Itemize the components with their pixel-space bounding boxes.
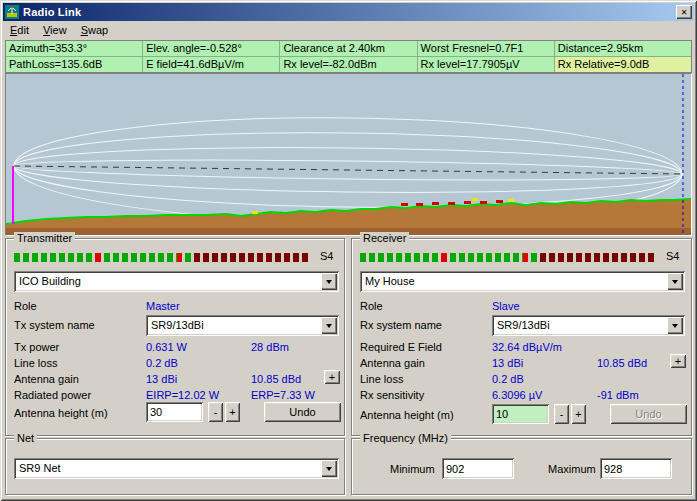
frequency-maximum-input[interactable] bbox=[600, 458, 672, 479]
frequency-minimum-label: Minimum bbox=[390, 463, 435, 475]
status-rx-level-uv: Rx level=17.7905µV bbox=[418, 57, 555, 73]
rx-system-name-label: Rx system name bbox=[360, 319, 442, 331]
transmitter-unit-combo[interactable]: ICO Building bbox=[14, 271, 339, 292]
meter-segment-gaps bbox=[14, 253, 310, 262]
menubar: Edit View Swap bbox=[3, 21, 694, 39]
status-rx-relative: Rx Relative=9.0dB bbox=[555, 57, 691, 73]
transmitter-signal-meter bbox=[14, 253, 310, 262]
frequency-group: Frequency (MHz) Minimum Maximum bbox=[351, 438, 692, 495]
menu-edit-label: dit bbox=[17, 24, 29, 36]
net-group-label: Net bbox=[14, 432, 37, 444]
tx-height-decrease-button[interactable]: - bbox=[208, 402, 223, 422]
profile-svg bbox=[6, 74, 691, 235]
transmitter-role-label: Role bbox=[14, 300, 37, 312]
tx-eirp-value: EIRP=12.02 W bbox=[146, 389, 219, 401]
window-title: Radio Link bbox=[22, 6, 673, 18]
status-rx-level-dbm: Rx level=-82.0dBm bbox=[280, 57, 417, 73]
chevron-down-icon bbox=[326, 280, 332, 284]
rx-gain-dbd: 10.85 dBd bbox=[597, 357, 647, 369]
rx-antenna-pattern-button[interactable]: + bbox=[670, 354, 686, 368]
titlebar[interactable]: Radio Link ✕ bbox=[3, 3, 694, 21]
tx-gain-dbd: 10.85 dBd bbox=[251, 373, 301, 385]
rx-height-increase-button[interactable]: + bbox=[571, 404, 586, 424]
rx-line-loss-label: Line loss bbox=[360, 373, 403, 385]
transmitter-signal-reading: S4 bbox=[320, 250, 333, 262]
status-distance: Distance=2.95km bbox=[555, 41, 691, 57]
terrain-base-layer bbox=[6, 228, 691, 235]
receiver-unit-value: My House bbox=[360, 274, 685, 289]
path-profile-chart[interactable] bbox=[5, 73, 692, 236]
tx-height-increase-button[interactable]: + bbox=[225, 402, 240, 422]
chevron-down-icon bbox=[326, 324, 332, 328]
rx-sensitivity-label: Rx sensitivity bbox=[360, 389, 424, 401]
rx-sensitivity-dbm: -91 dBm bbox=[597, 389, 639, 401]
chevron-down-icon bbox=[326, 467, 332, 471]
transmitter-unit-value: ICO Building bbox=[14, 274, 339, 289]
tx-system-name-label: Tx system name bbox=[14, 319, 95, 331]
status-row-2: PathLoss=135.6dB E field=41.6dBµV/m Rx l… bbox=[6, 57, 691, 73]
close-icon[interactable]: ✕ bbox=[676, 5, 692, 19]
tx-system-combo[interactable]: SR9/13dBi bbox=[146, 315, 339, 336]
tx-antenna-gain-label: Antenna gain bbox=[14, 373, 79, 385]
tx-power-label: Tx power bbox=[14, 341, 59, 353]
status-pathloss: PathLoss=135.6dB bbox=[6, 57, 143, 73]
radio-link-window: Radio Link ✕ Edit View Swap Azimuth=353.… bbox=[0, 0, 697, 501]
app-icon bbox=[5, 5, 19, 19]
menu-swap-accel: S bbox=[81, 24, 88, 36]
menu-edit[interactable]: Edit bbox=[3, 22, 36, 38]
dropdown-arrow-icon[interactable] bbox=[321, 460, 337, 477]
dropdown-arrow-icon[interactable] bbox=[321, 273, 337, 290]
net-group: Net SR9 Net bbox=[5, 438, 345, 495]
frequency-minimum-input[interactable] bbox=[442, 458, 514, 479]
tx-undo-button[interactable]: Undo bbox=[264, 402, 341, 422]
rx-system-combo[interactable]: SR9/13dBi bbox=[492, 315, 685, 336]
rx-required-efield-label: Required E Field bbox=[360, 341, 442, 353]
net-value: SR9 Net bbox=[14, 461, 339, 476]
tx-system-value: SR9/13dBi bbox=[146, 318, 339, 333]
menu-view[interactable]: View bbox=[36, 22, 74, 38]
rx-height-decrease-button[interactable]: - bbox=[554, 404, 569, 424]
status-worst-fresnel: Worst Fresnel=0.7F1 bbox=[418, 41, 555, 57]
receiver-signal-meter bbox=[360, 253, 656, 262]
receiver-role-value: Slave bbox=[492, 300, 520, 312]
receiver-signal-reading: S4 bbox=[666, 250, 679, 262]
rx-antenna-gain-label: Antenna gain bbox=[360, 357, 425, 369]
status-azimuth: Azimuth=353.3° bbox=[6, 41, 143, 57]
menu-swap[interactable]: Swap bbox=[74, 22, 116, 38]
receiver-role-label: Role bbox=[360, 300, 383, 312]
tx-antenna-pattern-button[interactable]: + bbox=[324, 370, 340, 384]
rx-system-value: SR9/13dBi bbox=[492, 318, 685, 333]
menu-view-label: iew bbox=[50, 24, 67, 36]
receiver-unit-combo[interactable]: My House bbox=[360, 271, 685, 292]
tx-line-loss-value: 0.2 dB bbox=[146, 357, 178, 369]
rx-required-efield-value: 32.64 dBµV/m bbox=[492, 341, 562, 353]
rx-antenna-height-input[interactable] bbox=[492, 404, 549, 424]
frequency-maximum-label: Maximum bbox=[548, 463, 596, 475]
transmitter-group-label: Transmitter bbox=[14, 232, 75, 244]
status-elev-angle: Elev. angle=-0.528° bbox=[143, 41, 280, 57]
tx-gain-dbi: 13 dBi bbox=[146, 373, 177, 385]
tx-radiated-power-label: Radiated power bbox=[14, 389, 91, 401]
dropdown-arrow-icon[interactable] bbox=[321, 317, 337, 334]
transmitter-role-value: Master bbox=[146, 300, 180, 312]
tx-power-dbm: 28 dBm bbox=[251, 341, 289, 353]
status-clearance: Clearance at 2.40km bbox=[280, 41, 417, 57]
frequency-group-label: Frequency (MHz) bbox=[360, 432, 451, 444]
dropdown-arrow-icon[interactable] bbox=[667, 317, 683, 334]
tx-power-watts: 0.631 W bbox=[146, 341, 187, 353]
chevron-down-icon bbox=[672, 324, 678, 328]
receiver-group: Receiver S4 My House Role Slave Rx syste… bbox=[351, 238, 692, 436]
net-combo[interactable]: SR9 Net bbox=[14, 458, 339, 479]
tx-antenna-height-input[interactable] bbox=[146, 402, 203, 422]
dropdown-arrow-icon[interactable] bbox=[667, 273, 683, 290]
rx-antenna-height-label: Antenna height (m) bbox=[360, 409, 454, 421]
chevron-down-icon bbox=[672, 280, 678, 284]
receiver-group-label: Receiver bbox=[360, 232, 409, 244]
rx-undo-button: Undo bbox=[610, 404, 687, 424]
status-row-1: Azimuth=353.3° Elev. angle=-0.528° Clear… bbox=[6, 41, 691, 57]
status-e-field: E field=41.6dBµV/m bbox=[143, 57, 280, 73]
link-status-grid: Azimuth=353.3° Elev. angle=-0.528° Clear… bbox=[5, 40, 692, 73]
rx-line-loss-value: 0.2 dB bbox=[492, 373, 524, 385]
tx-antenna-height-label: Antenna height (m) bbox=[14, 407, 108, 419]
tx-line-loss-label: Line loss bbox=[14, 357, 57, 369]
